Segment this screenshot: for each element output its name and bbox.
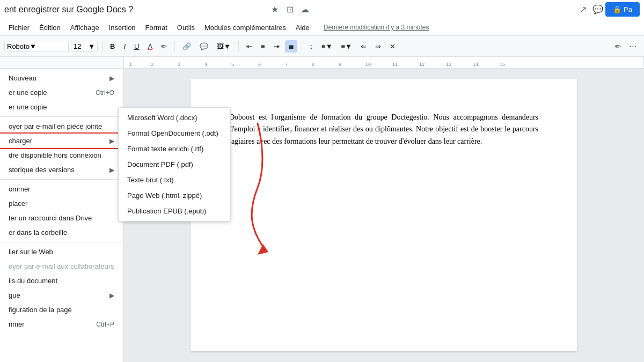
sidebar-item-config-page[interactable]: figuration de la page xyxy=(0,302,123,317)
submenu-item-epub[interactable]: Publication EPUB (.epub) xyxy=(119,203,230,219)
sidebar-item-telecharger[interactable]: charger ▶ xyxy=(0,134,123,148)
doc-title[interactable]: ent enregistrer sur Google Docs ? xyxy=(4,5,267,14)
sidebar-item-envoyer-email[interactable]: oyer par e-mail en pièce jointe xyxy=(0,119,123,134)
image-button[interactable]: 🖼▼ xyxy=(214,40,234,53)
sidebar-item-langue[interactable]: gue ▶ xyxy=(0,288,123,302)
divider-2 xyxy=(0,179,123,180)
document-text[interactable]: Doboost est l'organisme de formation du … xyxy=(229,112,538,147)
indent-decrease-button[interactable]: ⇐ xyxy=(357,40,370,53)
sidebar-item-imprimer[interactable]: rimer Ctrl+P xyxy=(0,317,123,331)
menu-aide[interactable]: Aide xyxy=(291,22,314,33)
divider-1 xyxy=(0,116,123,117)
document-page[interactable]: Doboost est l'organisme de formation du … xyxy=(191,79,577,351)
sidebar-item-raccourci[interactable]: ter un raccourci dans Drive xyxy=(0,211,123,225)
font-color-button[interactable]: A xyxy=(144,40,156,53)
align-left-button[interactable]: ⇤ xyxy=(243,40,255,53)
menu-outils[interactable]: Outils xyxy=(173,22,199,33)
underline-button[interactable]: U xyxy=(131,40,142,53)
submenu-item-odt[interactable]: Format OpenDocument (.odt) xyxy=(119,125,230,141)
line-spacing-button[interactable]: ↕ xyxy=(306,40,317,53)
move-to-folder-icon[interactable]: ⊡ xyxy=(282,2,297,17)
menu-insertion[interactable]: Insertion xyxy=(105,22,140,33)
divider-3 xyxy=(0,242,123,242)
list-bullet-button[interactable]: ≡▼ xyxy=(338,40,355,53)
sidebar-item-ouvrir[interactable]: er une copie Ctrl+O xyxy=(0,85,123,100)
font-dropdown-icon: ▼ xyxy=(30,42,36,50)
sidebar-item-details[interactable]: ils du document xyxy=(0,274,123,288)
fontsize-dropdown-icon: ▼ xyxy=(88,42,95,50)
more-button[interactable]: ⋯ xyxy=(626,40,640,53)
font-size-selector[interactable]: 12 ▼ xyxy=(71,41,98,52)
comment-toolbar-button[interactable]: 💬 xyxy=(196,40,211,53)
arrow-icon-telecharger: ▶ xyxy=(109,137,114,145)
separator-3 xyxy=(238,41,239,51)
menu-edition[interactable]: Édition xyxy=(35,22,65,33)
trend-icon[interactable]: ↗ xyxy=(575,2,590,17)
sidebar-item-copie[interactable]: er une copie xyxy=(0,100,123,114)
shortcut-open: Ctrl+O xyxy=(96,89,114,97)
edit-button[interactable]: ✏ xyxy=(612,40,624,53)
align-right-button[interactable]: ⇥ xyxy=(270,40,283,53)
highlight-button[interactable]: ✏ xyxy=(158,40,170,53)
sidebar-item-nouveau[interactable]: Nouveau ▶ xyxy=(0,71,123,85)
menu-format[interactable]: Format xyxy=(141,22,172,33)
list-numbered-button[interactable]: ≡▼ xyxy=(318,40,335,53)
submenu-item-word[interactable]: Microsoft Word (.docx) xyxy=(119,110,230,125)
submenu-item-pdf[interactable]: Document PDF (.pdf) xyxy=(119,157,230,172)
indent-increase-button[interactable]: ⇒ xyxy=(372,40,384,53)
arrow-icon-langue: ▶ xyxy=(109,292,114,299)
comment-icon[interactable]: 💬 xyxy=(590,2,605,17)
clear-formatting-button[interactable]: ✕ xyxy=(386,40,399,53)
sidebar-item-renommer[interactable]: ommer xyxy=(0,182,123,196)
top-bar: ent enregistrer sur Google Docs ? ★ ⊡ ☁ … xyxy=(0,0,644,19)
sidebar-item-envoyer-collab: oyer par e-mail aux collaborateurs xyxy=(0,259,123,274)
separator-2 xyxy=(174,41,175,51)
separator-4 xyxy=(302,41,302,51)
sidebar-item-publier[interactable]: lier sur le Web xyxy=(0,245,123,259)
align-justify-button[interactable]: ≣ xyxy=(285,40,297,53)
link-button[interactable]: 🔗 xyxy=(179,40,194,53)
submenu-item-rtf[interactable]: Format texte enrichi (.rtf) xyxy=(119,141,230,157)
cloud-save-icon[interactable]: ☁ xyxy=(297,2,312,17)
font-selector[interactable]: Roboto ▼ xyxy=(4,41,69,52)
bold-button[interactable]: B xyxy=(107,40,118,53)
last-modified[interactable]: Dernière modification il y a 3 minutes xyxy=(324,24,429,31)
sidebar-item-historique[interactable]: storique des versions ▶ xyxy=(0,162,123,177)
toolbar: Roboto ▼ 12 ▼ B I U A ✏ 🔗 💬 🖼▼ ⇤ ≡ ⇥ ≣ ↕… xyxy=(0,35,644,57)
file-menu-sidebar: Nouveau ▶ er une copie Ctrl+O er une cop… xyxy=(0,69,123,362)
ruler: 1 2 3 4 5 6 7 8 9 10 11 12 13 14 15 xyxy=(0,57,644,69)
separator-1 xyxy=(102,41,103,51)
sidebar-item-deplacer[interactable]: placer xyxy=(0,196,123,211)
star-icon[interactable]: ★ xyxy=(267,2,282,17)
sidebar-item-corbeille[interactable]: er dans la corbeille xyxy=(0,225,123,240)
arrow-icon-historique: ▶ xyxy=(109,166,114,174)
menu-bar: Fichier Édition Affichage Insertion Form… xyxy=(0,19,644,35)
main-layout: Nouveau ▶ er une copie Ctrl+O er une cop… xyxy=(0,69,644,362)
shortcut-print: Ctrl+P xyxy=(96,321,114,328)
menu-modules[interactable]: Modules complémentaires xyxy=(200,22,290,33)
submenu-item-html[interactable]: Page Web (.html, zippé) xyxy=(119,188,230,203)
align-center-button[interactable]: ≡ xyxy=(258,40,268,53)
share-button[interactable]: 🔒 Pa xyxy=(605,2,640,17)
menu-fichier[interactable]: Fichier xyxy=(4,22,34,33)
menu-affichage[interactable]: Affichage xyxy=(66,22,104,33)
arrow-icon: ▶ xyxy=(109,75,114,82)
submenu-item-txt[interactable]: Texte brut (.txt) xyxy=(119,172,230,188)
sidebar-item-disponible[interactable]: dre disponible hors connexion xyxy=(0,148,123,162)
italic-button[interactable]: I xyxy=(120,40,129,53)
download-submenu: Microsoft Word (.docx) Format OpenDocume… xyxy=(118,107,231,221)
